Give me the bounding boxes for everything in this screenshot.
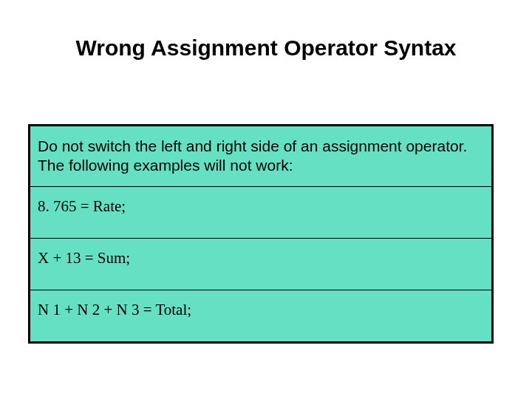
example-3: N 1 + N 2 + N 3 = Total; <box>30 290 491 341</box>
intro-text: Do not switch the left and right side of… <box>30 126 491 187</box>
example-1: 8. 765 = Rate; <box>30 187 491 239</box>
slide-title: Wrong Assignment Operator Syntax <box>0 35 532 61</box>
content-box: Do not switch the left and right side of… <box>28 124 494 344</box>
slide: Wrong Assignment Operator Syntax Do not … <box>0 0 532 399</box>
example-2: X + 13 = Sum; <box>30 239 491 290</box>
